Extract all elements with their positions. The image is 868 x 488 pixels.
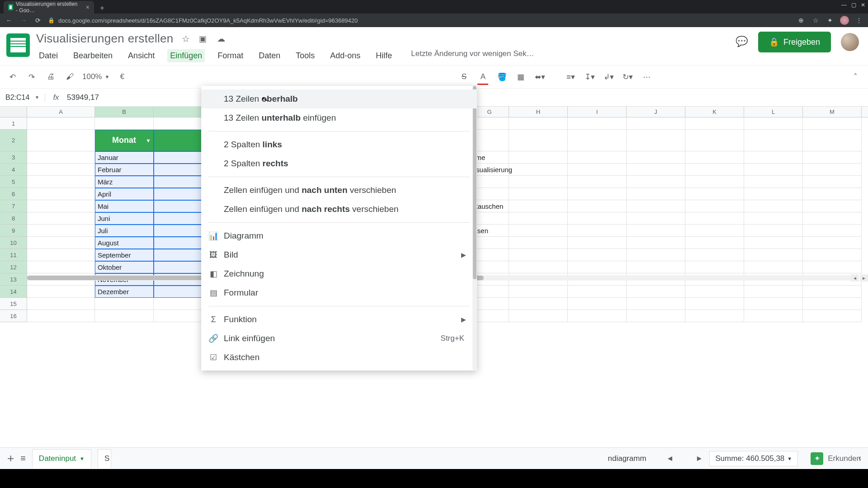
cell[interactable] — [27, 130, 95, 151]
url-text[interactable]: docs.google.com/spreadsheets/d/16sZAG8C1… — [58, 17, 358, 24]
cell[interactable] — [27, 188, 95, 200]
wrap-button[interactable]: ↲▾ — [602, 70, 615, 83]
cell[interactable] — [627, 286, 685, 298]
col-header-b[interactable]: B — [95, 107, 154, 117]
cell[interactable] — [685, 176, 744, 188]
cell[interactable] — [27, 164, 95, 176]
print-button[interactable]: 🖨 — [44, 70, 57, 83]
select-all-corner[interactable] — [0, 107, 27, 117]
cell[interactable] — [685, 117, 744, 130]
cell[interactable] — [744, 130, 803, 151]
cell[interactable]: Oktober — [95, 261, 154, 273]
cell[interactable] — [744, 225, 803, 237]
cell[interactable]: Juli — [95, 225, 154, 237]
row-header[interactable]: 8 — [0, 212, 27, 225]
row-header[interactable]: 13 — [0, 273, 27, 286]
cell[interactable] — [627, 310, 685, 322]
cell[interactable] — [27, 237, 95, 249]
cell[interactable] — [27, 249, 95, 261]
row-header[interactable]: 14 — [0, 286, 27, 298]
row-header[interactable]: 9 — [0, 225, 27, 237]
cell[interactable] — [803, 310, 862, 322]
quick-sum[interactable]: Summe: 460.505,38 ▼ — [709, 451, 798, 466]
cell[interactable] — [627, 188, 685, 200]
cell[interactable] — [568, 130, 627, 151]
forward-button[interactable]: → — [19, 16, 28, 25]
cell[interactable] — [685, 212, 744, 225]
extensions-icon[interactable]: ✦ — [826, 16, 835, 25]
menu-view[interactable]: Ansicht — [125, 49, 157, 62]
cell[interactable] — [509, 176, 568, 188]
sheet-tab-other[interactable]: S — [98, 449, 111, 468]
cell[interactable] — [27, 212, 95, 225]
cell[interactable] — [685, 310, 744, 322]
cell[interactable] — [95, 117, 154, 130]
cell[interactable] — [803, 151, 862, 164]
cell[interactable] — [509, 237, 568, 249]
menu-file[interactable]: Datei — [36, 49, 61, 62]
cell[interactable] — [744, 298, 803, 310]
menu-insert-link[interactable]: 🔗 Link einfügen Strg+K — [201, 329, 477, 348]
row-header[interactable]: 6 — [0, 188, 27, 200]
sheet-tab-partial[interactable]: ndiagramm — [608, 454, 646, 463]
cell[interactable] — [627, 212, 685, 225]
cell[interactable] — [803, 164, 862, 176]
cell[interactable] — [95, 310, 154, 322]
cell[interactable] — [803, 130, 862, 151]
row-header[interactable]: 5 — [0, 176, 27, 188]
back-button[interactable]: ← — [5, 16, 14, 25]
borders-button[interactable]: ▦ — [514, 70, 527, 83]
comments-icon[interactable]: 💬 — [736, 36, 748, 48]
cell[interactable] — [744, 261, 803, 273]
all-sheets-button[interactable]: ≡ — [20, 453, 26, 464]
cell[interactable] — [627, 225, 685, 237]
cell[interactable] — [744, 249, 803, 261]
h-align-button[interactable]: ≡▾ — [564, 70, 577, 83]
cell[interactable] — [803, 261, 862, 273]
cell[interactable] — [568, 176, 627, 188]
new-tab-button[interactable]: + — [97, 3, 108, 14]
zoom-icon[interactable]: ⊕ — [797, 16, 806, 25]
currency-button[interactable]: € — [116, 70, 128, 83]
move-icon[interactable]: ▣ — [198, 34, 208, 44]
cell[interactable] — [568, 164, 627, 176]
row-header[interactable]: 1 — [0, 117, 27, 130]
collapse-toolbar-icon[interactable]: ˄ — [849, 70, 862, 83]
cell[interactable] — [803, 212, 862, 225]
cell[interactable] — [509, 200, 568, 212]
cell[interactable] — [744, 164, 803, 176]
cell[interactable] — [509, 164, 568, 176]
menu-format[interactable]: Format — [215, 49, 246, 62]
cell[interactable]: April — [95, 188, 154, 200]
row-header[interactable]: 11 — [0, 249, 27, 261]
col-header-l[interactable]: L — [744, 107, 803, 117]
cell[interactable] — [685, 249, 744, 261]
cell[interactable] — [568, 117, 627, 130]
fill-color-button[interactable]: 🪣 — [495, 70, 508, 83]
cell[interactable] — [509, 212, 568, 225]
cell[interactable]: Juni — [95, 212, 154, 225]
cell[interactable] — [509, 225, 568, 237]
cell[interactable] — [27, 176, 95, 188]
paint-format-button[interactable]: 🖌 — [63, 70, 76, 83]
cell[interactable] — [509, 261, 568, 273]
cell[interactable] — [803, 176, 862, 188]
cell[interactable] — [509, 188, 568, 200]
v-align-button[interactable]: ↧▾ — [583, 70, 596, 83]
row-header[interactable]: 4 — [0, 164, 27, 176]
cell[interactable] — [27, 310, 95, 322]
menu-insert-checkbox[interactable]: ☑ Kästchen — [201, 348, 477, 367]
cell[interactable] — [744, 188, 803, 200]
cell[interactable]: März — [95, 176, 154, 188]
cell[interactable] — [627, 261, 685, 273]
document-title[interactable]: Visualisierungen erstellen — [36, 32, 174, 46]
col-header-h[interactable]: H — [509, 107, 568, 117]
cell[interactable] — [685, 298, 744, 310]
cell[interactable] — [27, 286, 95, 298]
menu-insert-drawing[interactable]: ◧ Zeichnung — [201, 264, 477, 283]
cell[interactable] — [627, 298, 685, 310]
cell[interactable] — [27, 298, 95, 310]
menu-insert-function[interactable]: Σ Funktion ▶ — [201, 310, 477, 329]
cell[interactable] — [627, 237, 685, 249]
cell[interactable] — [744, 176, 803, 188]
